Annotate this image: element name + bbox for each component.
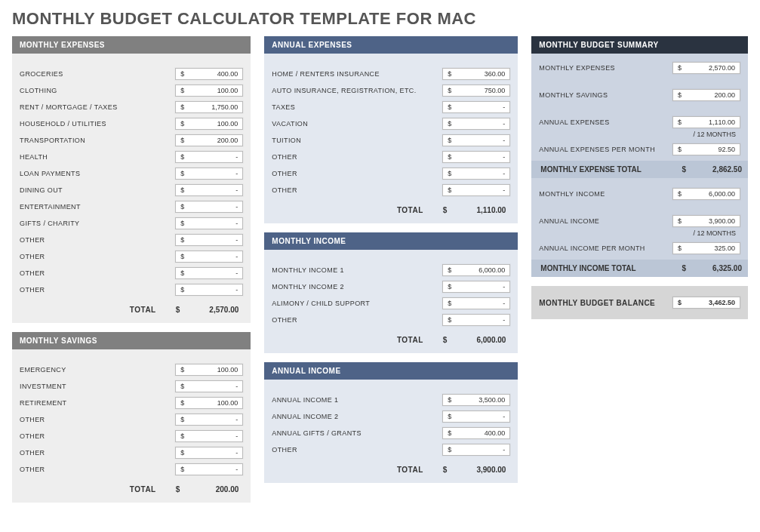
row-label: VACATION [272, 120, 308, 128]
value-cell[interactable]: $- [175, 201, 243, 213]
row-label: ALIMONY / CHILD SUPPORT [272, 300, 370, 307]
row-label: ANNUAL GIFTS / GRANTS [272, 429, 362, 437]
value-cell[interactable]: $- [442, 444, 510, 456]
row-label: OTHER [20, 416, 45, 423]
value-cell[interactable]: $400.00 [175, 68, 243, 80]
value-cell[interactable]: $ 200.00 [672, 89, 740, 101]
currency-symbol: $ [180, 253, 184, 260]
row-label: DINING OUT [20, 186, 63, 194]
value-cell[interactable]: $- [175, 234, 243, 246]
value-cell[interactable]: $1,750.00 [175, 101, 243, 113]
value-cell[interactable]: $- [442, 411, 510, 423]
value-cell[interactable]: $- [442, 281, 510, 293]
table-row: MONTHLY INCOME 2$- [272, 280, 510, 294]
currency-symbol: $ [448, 170, 451, 177]
value: - [235, 449, 238, 457]
value-cell[interactable]: $- [175, 447, 243, 459]
value-cell[interactable]: $- [175, 284, 243, 296]
value-cell[interactable]: $ 92.50 [672, 143, 740, 155]
value-cell[interactable]: $- [442, 101, 510, 113]
value-cell[interactable]: $3,500.00 [442, 394, 510, 406]
value-cell[interactable]: $- [175, 463, 243, 475]
currency-symbol: $ [448, 300, 451, 307]
row-label: MONTHLY EXPENSE TOTAL [537, 165, 642, 174]
heading-summary: MONTHLY BUDGET SUMMARY [531, 36, 748, 54]
value: - [503, 103, 505, 111]
currency-symbol: $ [180, 137, 184, 144]
currency-symbol: $ [678, 91, 682, 99]
currency-symbol: $ [448, 283, 451, 291]
table-row: OTHER$- [272, 313, 510, 327]
value: 200.00 [714, 91, 735, 99]
value: 750.00 [485, 87, 506, 94]
value-cell[interactable]: $100.00 [175, 397, 243, 409]
body-monthly-income: MONTHLY INCOME 1$6,000.00MONTHLY INCOME … [264, 250, 518, 353]
value-cell[interactable]: $200.00 [175, 134, 243, 146]
value-cell[interactable]: $400.00 [442, 427, 510, 439]
value-cell[interactable]: $ 2,570.00 [672, 62, 740, 74]
row-label: OTHER [20, 269, 45, 277]
table-row: DINING OUT$- [20, 183, 243, 197]
value-cell[interactable]: $ 325.00 [672, 242, 740, 254]
currency-symbol: $ [443, 336, 448, 344]
summary-row-annual-expenses: ANNUAL EXPENSES $ 1,110.00 [539, 115, 740, 129]
summary-row-monthly-expenses: MONTHLY EXPENSES $ 2,570.00 [539, 61, 740, 75]
value-cell[interactable]: $- [442, 151, 510, 163]
row-label: ANNUAL INCOME 1 [272, 396, 338, 404]
value-cell[interactable]: $100.00 [175, 364, 243, 376]
table-row: HOUSEHOLD / UTILITIES$100.00 [20, 117, 243, 131]
currency-symbol: $ [448, 429, 451, 437]
summary-expense-total: MONTHLY EXPENSE TOTAL $ 2,862.50 [531, 161, 748, 178]
value-cell[interactable]: $360.00 [442, 68, 510, 80]
value-cell[interactable]: $- [442, 168, 510, 180]
value-cell[interactable]: $ 1,110.00 [672, 116, 740, 128]
value-cell[interactable]: $ 6,000.00 [672, 188, 740, 200]
heading-annual-expenses: ANNUAL EXPENSES [264, 36, 518, 54]
currency-symbol: $ [678, 64, 682, 72]
row-label: MONTHLY INCOME TOTAL [537, 264, 635, 272]
value-cell[interactable]: $- [442, 314, 510, 326]
total-label: TOTAL [130, 306, 156, 314]
value-cell[interactable]: $100.00 [175, 85, 243, 97]
value-cell[interactable]: $- [442, 184, 510, 196]
currency-symbol: $ [678, 217, 682, 225]
row-label: AUTO INSURANCE, REGISTRATION, ETC. [272, 87, 416, 94]
value-cell[interactable]: $ 3,900.00 [672, 215, 740, 227]
value-cell[interactable]: $- [175, 380, 243, 392]
table-row: OTHER$- [272, 150, 510, 164]
value-cell[interactable]: $- [175, 414, 243, 426]
row-label: OTHER [20, 449, 45, 457]
currency-symbol: $ [176, 485, 180, 494]
row-label: OTHER [20, 466, 45, 473]
value: 100.00 [217, 87, 238, 94]
table-row: OTHER$- [272, 443, 510, 457]
row-label: ANNUAL EXPENSES PER MONTH [539, 146, 655, 153]
value-cell[interactable]: $ 3,462.50 [672, 297, 740, 309]
value-cell[interactable]: $- [175, 184, 243, 196]
total-value: 6,000.00 [460, 336, 506, 344]
value-cell[interactable]: $- [175, 217, 243, 229]
table-row: VACATION$- [272, 117, 510, 131]
value-cell[interactable]: $- [175, 168, 243, 180]
value-cell[interactable]: $750.00 [442, 85, 510, 97]
table-row: OTHER$- [272, 183, 510, 197]
body-annual-expenses: HOME / RENTERS INSURANCE$360.00AUTO INSU… [264, 54, 518, 223]
value-cell[interactable]: $- [175, 430, 243, 442]
row-label: OTHER [20, 286, 45, 294]
row-label: CLOTHING [20, 87, 57, 94]
value-cell[interactable]: $- [442, 297, 510, 309]
value: 200.00 [217, 137, 238, 144]
per-12-note: / 12 MONTHS [539, 229, 740, 237]
currency-symbol: $ [180, 383, 184, 390]
value-cell[interactable]: $- [442, 134, 510, 146]
value-cell[interactable]: $- [175, 151, 243, 163]
value-cell[interactable]: $- [175, 251, 243, 263]
total-label: TOTAL [397, 336, 423, 344]
value-cell[interactable]: $100.00 [175, 118, 243, 130]
value-cell[interactable]: $6,000.00 [442, 264, 510, 276]
value-cell[interactable]: $- [442, 118, 510, 130]
value-cell[interactable]: $- [175, 267, 243, 279]
currency-symbol: $ [180, 466, 184, 473]
currency-symbol: $ [448, 103, 451, 111]
row-label: HEALTH [20, 153, 48, 161]
